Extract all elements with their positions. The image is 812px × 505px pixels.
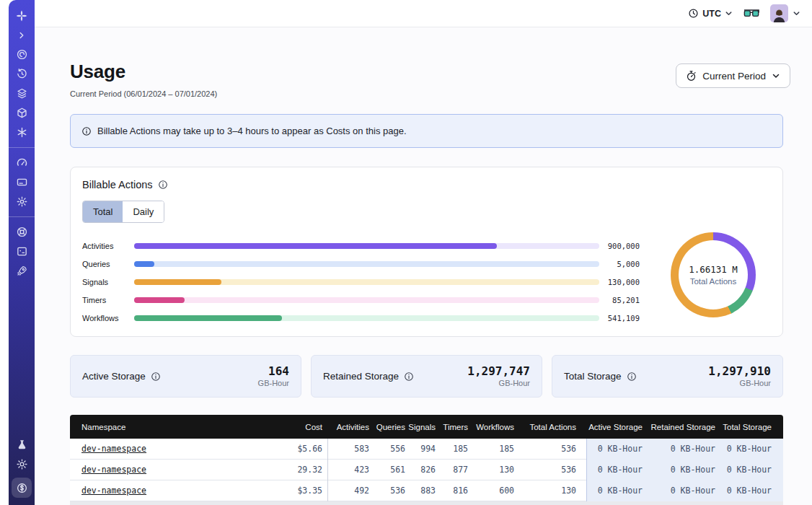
page-title: Usage: [70, 61, 125, 83]
timezone-selector[interactable]: UTC: [688, 8, 733, 19]
workflows-cell: 185: [471, 439, 517, 460]
tab-total[interactable]: Total: [83, 201, 123, 222]
info-icon[interactable]: [404, 372, 414, 382]
col-header-signals[interactable]: Signals: [408, 423, 438, 431]
namespace-cell: dev-namespace: [70, 480, 263, 501]
layers-icon[interactable]: [9, 84, 35, 103]
feedback-icon[interactable]: [9, 242, 35, 261]
banner-text: Billable Actions may take up to 3–4 hour…: [97, 126, 407, 136]
col-header-namespace[interactable]: Namespace: [70, 423, 263, 431]
bar-label: Activities: [82, 242, 134, 250]
col-header-total-storage[interactable]: Total Storage: [718, 423, 783, 431]
chevron-right-icon[interactable]: [9, 25, 35, 45]
total-storage-cell: 0 KB-Hour: [718, 480, 783, 501]
info-icon: [81, 126, 92, 136]
account-menu[interactable]: [770, 4, 800, 22]
queries-cell: 561: [372, 460, 408, 480]
cost-cell: 29.32: [263, 460, 327, 480]
namespace-link[interactable]: dev-namespace: [81, 486, 146, 496]
col-header-total-actions[interactable]: Total Actions: [517, 423, 586, 431]
queries-cell: 556: [372, 439, 408, 460]
col-header-queries[interactable]: Queries: [372, 423, 408, 431]
workflows-cell: 600: [471, 480, 517, 501]
cube-icon[interactable]: [9, 103, 35, 123]
page-subtitle: Current Period (06/01/2024 – 07/01/2024): [70, 89, 217, 98]
namespace-link[interactable]: dev-namespace: [81, 444, 146, 454]
lifebuoy-icon[interactable]: [9, 222, 35, 242]
active-storage-cell: 0 KB-Hour: [586, 439, 645, 460]
total-storage-cell: 0 KB-Hour: [718, 439, 783, 460]
namespace-link[interactable]: dev-namespace: [81, 465, 146, 475]
chevron-down-icon: [793, 9, 800, 17]
activities-cell: 423: [327, 460, 372, 480]
retained-storage-cell: 0 KB-Hour: [645, 480, 718, 501]
total-daily-toggle: Total Daily: [82, 201, 164, 223]
info-icon[interactable]: [158, 180, 168, 190]
bar-label: Signals: [82, 278, 134, 286]
storage-card-label: Total Storage: [564, 371, 637, 382]
bar-value: 130,000: [599, 278, 640, 286]
storage-card-value: 1,297,747: [467, 365, 530, 378]
storage-card-unit: GB-Hour: [708, 378, 771, 388]
col-header-activities[interactable]: Activities: [327, 423, 372, 431]
storage-card: Total Storage 1,297,910 GB-Hour: [552, 355, 783, 398]
donut-total-value: 1.66131 M: [689, 264, 738, 275]
total-actions-cell: 130: [517, 480, 586, 501]
period-dropdown-button[interactable]: Current Period: [676, 63, 790, 88]
temporal-logo[interactable]: [9, 6, 35, 25]
info-icon[interactable]: [627, 372, 637, 382]
col-header-workflows[interactable]: Workflows: [471, 423, 517, 431]
tab-daily[interactable]: Daily: [123, 201, 164, 222]
usage-bar-row: Signals 130,000: [82, 273, 640, 291]
chevron-down-icon: [725, 9, 733, 17]
billable-actions-title-text: Billable Actions: [82, 179, 153, 190]
gauge-icon[interactable]: [9, 153, 35, 172]
3d-glasses-icon[interactable]: [743, 8, 759, 19]
billable-actions-bar-chart: Activities 900,000 Queries 5,000 Signals: [82, 237, 640, 327]
namespace-cell: dev-namespace: [70, 460, 263, 480]
donut-chart: 1.66131 M Total Actions: [671, 232, 756, 317]
storage-card-unit: GB-Hour: [467, 378, 530, 388]
usage-bar-row: Workflows 541,109: [82, 309, 640, 327]
bar-label: Workflows: [82, 314, 134, 322]
storage-cards: Active Storage 164 GB-Hour Retained Stor…: [70, 355, 783, 398]
bar-fill: [134, 315, 282, 321]
info-icon[interactable]: [151, 372, 161, 382]
col-header-active-storage[interactable]: Active Storage: [586, 423, 645, 431]
usage-billing-active-item[interactable]: [12, 478, 32, 498]
retained-storage-cell: 0 KB-Hour: [645, 439, 718, 460]
bar-fill: [134, 243, 497, 249]
col-header-timers[interactable]: Timers: [438, 423, 471, 431]
col-header-retained-storage[interactable]: Retained Storage: [645, 423, 718, 431]
bar-track: [134, 243, 599, 249]
info-banner: Billable Actions may take up to 3–4 hour…: [70, 114, 783, 148]
flask-icon[interactable]: [9, 435, 35, 454]
history-icon[interactable]: [9, 64, 35, 84]
bar-track: [134, 279, 599, 285]
credit-card-icon[interactable]: [9, 172, 35, 192]
main-content: Usage Current Period (06/01/2024 – 07/01…: [35, 27, 812, 505]
col-header-cost[interactable]: Cost: [263, 423, 327, 431]
total-actions-cell: 536: [517, 460, 586, 480]
sun-icon[interactable]: [9, 454, 35, 474]
bar-fill: [134, 261, 154, 267]
storage-card-value-group: 164 GB-Hour: [258, 365, 289, 388]
table-header-row: Namespace Cost Activities Queries Signal…: [70, 415, 783, 439]
table-cutoff-strip: [70, 501, 783, 505]
namespaces-icon[interactable]: [9, 45, 35, 64]
dollar-coin-icon: [16, 482, 28, 494]
storage-card-label: Active Storage: [82, 371, 161, 382]
rocket-icon[interactable]: [9, 261, 35, 281]
bar-value: 541,109: [599, 314, 640, 322]
workflows-cell: 130: [471, 460, 517, 480]
total-storage-cell: 0 KB-Hour: [718, 460, 783, 480]
gear-icon[interactable]: [9, 192, 35, 211]
usage-bar-row: Queries 5,000: [82, 255, 640, 273]
storage-card-value: 1,297,910: [708, 365, 771, 378]
usage-bar-row: Activities 900,000: [82, 237, 640, 255]
period-button-label: Current Period: [702, 71, 766, 82]
asterisk-icon[interactable]: [9, 123, 35, 142]
bar-value: 85,201: [599, 296, 640, 304]
topbar: UTC: [35, 0, 812, 27]
sidebar: [9, 0, 35, 505]
